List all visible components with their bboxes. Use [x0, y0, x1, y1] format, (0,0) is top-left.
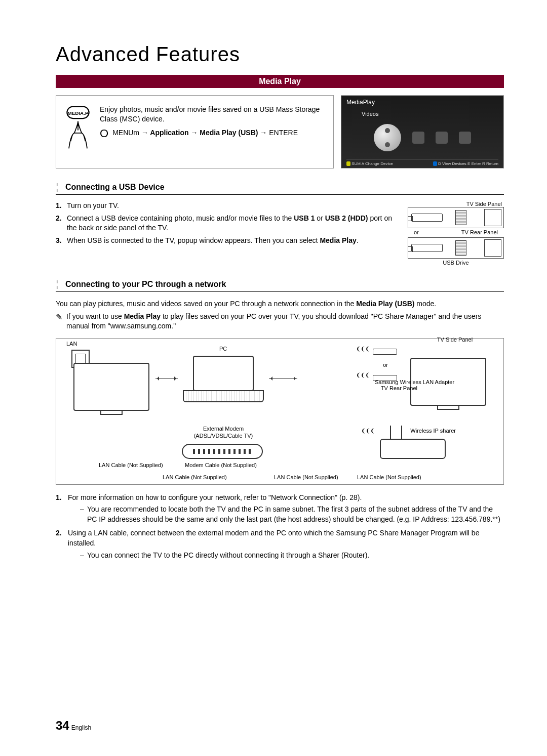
category-icon: [459, 132, 471, 144]
usb-section: 1.Turn on your TV. 2.Connect a USB devic…: [56, 201, 504, 266]
router-icon: [380, 439, 446, 459]
film-reel-icon: [374, 124, 401, 151]
usb-stick-icon: [411, 244, 443, 252]
mediaplay-screenshot: MediaPlay Videos SUM A Change Device D V…: [341, 95, 504, 169]
note: ✎ If you want to use Media Play to play …: [56, 312, 504, 331]
net-heading: ¦ Connecting to your PC through a networ…: [56, 279, 504, 292]
intro-text: Enjoy photos, music and/or movie files s…: [100, 105, 326, 153]
intro-description: Enjoy photos, music and/or movie files s…: [100, 105, 326, 124]
usb-port-icon: [455, 240, 466, 256]
menu-path-text: MENUm → Application → Media Play (USB) →…: [112, 128, 298, 138]
network-diagram: LAN PC ❨❨❨ or ❨❨❨ TV Side Panel Samsung …: [56, 338, 504, 485]
usb-heading: ¦ Connecting a USB Device: [56, 182, 504, 195]
usb-diagram: TV Side Panel or TV Rear Panel USB Drive: [408, 201, 504, 266]
net-intro: You can play pictures, music and videos …: [56, 299, 504, 309]
list-item: 1. For more information on how to config…: [56, 493, 504, 525]
panel-slot-icon: [484, 239, 501, 257]
category-icon: [412, 132, 424, 144]
usb-stick-icon: [411, 214, 443, 222]
page-title: Advanced Features: [56, 43, 504, 66]
modem-icon: [182, 444, 263, 459]
mp-selected: Videos: [362, 111, 498, 117]
arrow-icon: [155, 378, 178, 379]
list-item: 2.Connect a USB device containing photo,…: [56, 214, 398, 233]
pc-icon: [183, 356, 264, 406]
menu-path: O MENUm → Application → Media Play (USB)…: [100, 128, 326, 139]
tv-icon: [73, 363, 149, 411]
usb-adapter-icon: [373, 349, 397, 355]
usb-steps: 1.Turn on your TV. 2.Connect a USB devic…: [56, 201, 398, 266]
category-icon: [436, 132, 448, 144]
panel-slot-icon: [484, 209, 501, 226]
menu-icon: O: [100, 128, 108, 139]
intro-row: MEDIA.P Enjoy photos, music and/or movie…: [56, 95, 504, 169]
usb-port-icon: [455, 210, 466, 225]
list-item: 2. Using a LAN cable, connect between th…: [56, 528, 504, 560]
list-item: 3.When USB is connected to the TV, popup…: [56, 236, 398, 245]
note-icon: ✎: [56, 312, 62, 331]
wireless-icon: ❨❨❨: [361, 428, 375, 434]
wireless-icon: ❨❨❨: [356, 372, 370, 379]
wireless-icon: ❨❨❨: [356, 346, 370, 352]
remote-press-icon: MEDIA.P: [63, 105, 93, 150]
net-steps: 1. For more information on how to config…: [56, 493, 504, 561]
mp-footer-bar: SUM A Change Device D View Devices E Ent…: [346, 159, 498, 166]
page-footer: 34English: [56, 719, 91, 733]
list-item: 1.Turn on your TV.: [56, 201, 398, 211]
mp-title: MediaPlay: [346, 99, 498, 106]
media-play-banner: Media Play: [56, 75, 504, 88]
svg-text:MEDIA.P: MEDIA.P: [67, 110, 89, 116]
intro-box: MEDIA.P Enjoy photos, music and/or movie…: [56, 95, 334, 169]
arrow-icon: [269, 378, 297, 379]
